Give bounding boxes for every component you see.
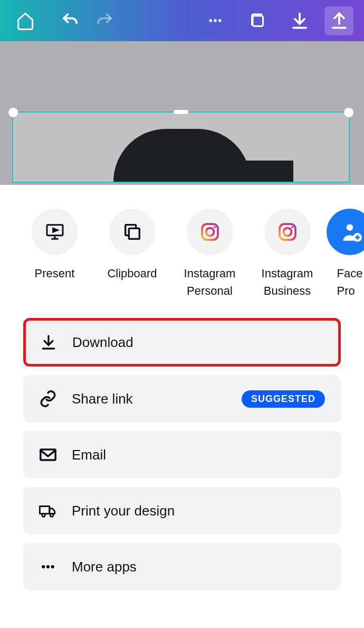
instagram-business-label: Instagram Business: [248, 265, 326, 299]
top-toolbar: [0, 0, 364, 41]
download-toolbar-button[interactable]: [285, 6, 314, 35]
resize-handle-tm[interactable]: [173, 109, 189, 115]
email-label: Email: [72, 447, 325, 463]
canvas-area[interactable]: [0, 41, 364, 185]
svg-point-2: [218, 19, 222, 22]
facebook-profile-action[interactable]: FacePro: [326, 209, 364, 299]
present-action[interactable]: Present: [16, 209, 93, 299]
action-list: Download Share link SUGGESTED Email Prin…: [0, 318, 364, 590]
svg-point-11: [291, 226, 293, 228]
share-sheet: Present Clipboard Instagram Personal Ins…: [0, 185, 364, 628]
svg-rect-9: [280, 224, 295, 240]
instagram-personal-action[interactable]: Instagram Personal: [171, 209, 248, 299]
selection-box[interactable]: [12, 111, 350, 183]
instagram-icon: [264, 209, 311, 255]
svg-point-16: [42, 514, 45, 517]
instagram-icon: [187, 209, 233, 255]
clipboard-label: Clipboard: [107, 265, 157, 282]
svg-point-20: [51, 565, 54, 568]
print-action[interactable]: Print your design: [23, 487, 341, 535]
present-label: Present: [35, 265, 75, 282]
svg-point-17: [50, 514, 53, 517]
svg-rect-6: [202, 224, 218, 240]
share-link-label: Share link: [72, 391, 227, 407]
svg-rect-5: [129, 228, 139, 239]
svg-point-1: [214, 19, 217, 22]
facebook-icon: [327, 209, 364, 255]
pages-button[interactable]: [243, 6, 272, 35]
facebook-profile-label: FacePro: [337, 265, 363, 299]
email-action[interactable]: Email: [23, 431, 341, 479]
home-button[interactable]: [11, 6, 40, 35]
svg-point-7: [206, 228, 214, 236]
link-icon: [39, 390, 57, 408]
resize-handle-tr[interactable]: [343, 107, 354, 118]
svg-point-10: [283, 228, 291, 236]
svg-point-18: [42, 565, 45, 568]
more-options-button[interactable]: [200, 6, 229, 35]
instagram-business-action[interactable]: Instagram Business: [248, 209, 326, 299]
svg-point-12: [347, 224, 353, 231]
print-label: Print your design: [72, 503, 325, 519]
share-link-action[interactable]: Share link SUGGESTED: [23, 375, 341, 423]
more-apps-label: More apps: [72, 559, 325, 575]
clipboard-icon: [109, 209, 156, 255]
svg-point-0: [209, 19, 212, 22]
download-label: Download: [72, 334, 324, 351]
clipboard-action[interactable]: Clipboard: [93, 209, 171, 299]
svg-point-19: [46, 565, 50, 568]
design-shape: [230, 161, 293, 182]
download-action[interactable]: Download: [23, 318, 341, 367]
svg-rect-3: [253, 16, 263, 26]
more-apps-action[interactable]: More apps: [23, 543, 341, 590]
download-icon: [40, 333, 58, 351]
more-icon: [39, 558, 57, 576]
present-icon: [32, 209, 78, 255]
instagram-personal-label: Instagram Personal: [171, 265, 248, 299]
resize-handle-tl[interactable]: [8, 107, 18, 118]
quick-actions-row: Present Clipboard Instagram Personal Ins…: [0, 209, 364, 299]
svg-point-8: [214, 226, 216, 228]
email-icon: [39, 446, 57, 464]
share-button[interactable]: [324, 6, 353, 35]
redo-button[interactable]: [90, 6, 119, 35]
svg-rect-15: [40, 507, 49, 514]
undo-button[interactable]: [55, 6, 84, 35]
suggested-badge: SUGGESTED: [242, 390, 325, 408]
truck-icon: [39, 502, 57, 520]
